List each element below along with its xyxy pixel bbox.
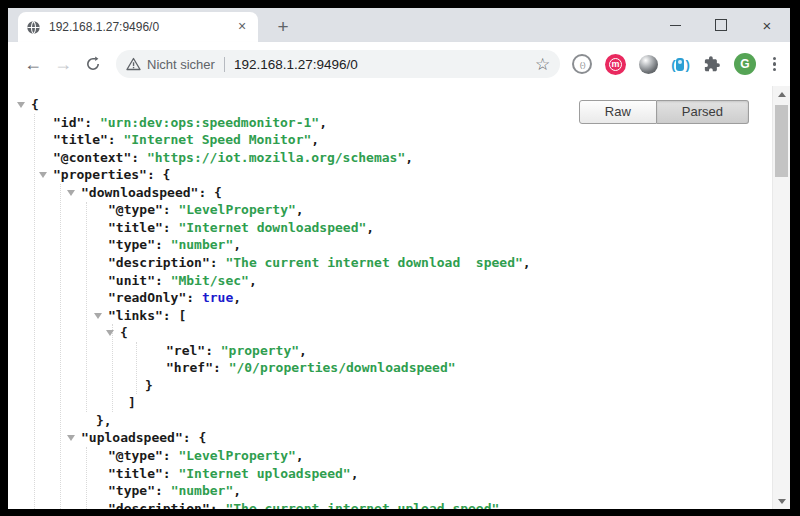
json-punctuation: : { (183, 430, 206, 445)
address-bar[interactable]: Nicht sicher 192.168.1.27:9496/0 ☆ (116, 50, 560, 78)
json-line: "@type": "LevelProperty", (8, 447, 773, 464)
json-string-value: "number" (171, 237, 234, 252)
page-content: Raw Parsed {"id": "urn:dev:ops:speedmoni… (8, 86, 790, 509)
json-punctuation: : { (198, 185, 221, 200)
scroll-up-icon[interactable] (773, 86, 790, 102)
json-key: "description" (108, 501, 210, 509)
collapse-toggle-icon[interactable] (39, 172, 47, 178)
json-punctuation: : (205, 343, 221, 358)
json-punctuation: : (155, 483, 171, 498)
json-line: "@type": "LevelProperty", (8, 201, 773, 218)
json-line: } (8, 377, 773, 394)
reload-icon[interactable] (78, 49, 108, 79)
bookmark-star-icon[interactable]: ☆ (535, 54, 550, 75)
json-punctuation: , (366, 220, 374, 235)
json-line: "uploadspeed": { (8, 429, 773, 446)
json-line: "href": "/0/properties/downloadspeed" (8, 359, 773, 376)
json-line: ] (8, 394, 773, 411)
scrollbar-thumb[interactable] (775, 105, 788, 177)
vertical-scrollbar[interactable] (772, 86, 790, 509)
json-key: "uploadspeed" (81, 430, 183, 445)
collapse-toggle-icon[interactable] (17, 102, 25, 108)
view-toggle: Raw Parsed (579, 100, 749, 124)
json-line: "readOnly": true, (8, 289, 773, 306)
json-key: "id" (53, 115, 84, 130)
json-key: "href" (166, 360, 213, 375)
json-punctuation: : (210, 501, 226, 509)
json-line: "description": "The current internet upl… (8, 500, 773, 509)
globe-icon (26, 20, 41, 35)
forward-icon[interactable]: → (48, 49, 78, 79)
url-text[interactable]: 192.168.1.27:9496/0 (234, 57, 529, 72)
json-string-value: "https://iot.mozilla.org/schemas" (147, 150, 405, 165)
json-string-value: "Internet Speed Monitor" (123, 132, 311, 147)
collapse-toggle-icon[interactable] (67, 190, 75, 196)
tab-close-icon[interactable]: × (234, 19, 250, 35)
json-line: "unit": "Mbit/sec", (8, 272, 773, 289)
tab-title: 192.168.1.27:9496/0 (49, 20, 234, 34)
json-punctuation: : (163, 448, 179, 463)
collapse-toggle-icon[interactable] (106, 330, 114, 336)
profile-avatar[interactable]: G (734, 53, 756, 75)
json-key: "rel" (166, 343, 205, 358)
browser-menu-icon[interactable] (769, 54, 780, 75)
json-line: "@context": "https://iot.mozilla.org/sch… (8, 149, 773, 166)
json-line: "title": "Internet uploadspeed", (8, 465, 773, 482)
extension-robot-icon[interactable]: () (671, 57, 690, 72)
raw-button[interactable]: Raw (579, 100, 657, 124)
json-string-value: "LevelProperty" (178, 202, 295, 217)
json-bool-value: true (202, 290, 233, 305)
json-line: "title": "Internet downloadspeed", (8, 219, 773, 236)
scroll-down-icon[interactable] (773, 493, 790, 509)
json-string-value: "The current internet download speed" (225, 255, 522, 270)
json-punctuation: : [ (163, 308, 186, 323)
json-punctuation: : (163, 202, 179, 217)
extension-circle-icon[interactable]: (-) (572, 54, 592, 74)
json-key: "description" (108, 255, 210, 270)
new-tab-button[interactable]: + (270, 14, 296, 40)
json-line: "downloadspeed": { (8, 184, 773, 201)
json-punctuation: , (233, 237, 241, 252)
tab-strip: 192.168.1.27:9496/0 × + × (8, 8, 790, 42)
json-punctuation: { (31, 97, 39, 112)
json-key: "@context" (53, 150, 131, 165)
json-punctuation: , (523, 255, 531, 270)
json-key: "title" (108, 220, 163, 235)
security-status-label[interactable]: Nicht sicher (147, 57, 215, 72)
json-line: "title": "Internet Speed Monitor", (8, 131, 773, 148)
json-punctuation: : (163, 466, 179, 481)
json-punctuation: : (210, 255, 226, 270)
extension-m-icon[interactable]: m (605, 54, 626, 75)
json-string-value: "number" (171, 483, 234, 498)
parsed-button[interactable]: Parsed (657, 100, 749, 124)
extension-icons: (-) m () G (572, 53, 780, 75)
window-controls: × (652, 8, 790, 42)
json-punctuation: , (311, 132, 319, 147)
browser-tab[interactable]: 192.168.1.27:9496/0 × (18, 12, 258, 42)
json-string-value: "Mbit/sec" (171, 273, 249, 288)
extensions-puzzle-icon[interactable] (703, 55, 721, 73)
json-line: "properties": { (8, 166, 773, 183)
json-string-value: "LevelProperty" (178, 448, 295, 463)
json-punctuation: , (405, 150, 413, 165)
collapse-toggle-icon[interactable] (94, 313, 102, 319)
json-punctuation: : (155, 237, 171, 252)
extension-sphere-icon[interactable] (639, 55, 658, 74)
json-string-value: "/0/properties/downloadspeed" (229, 360, 456, 375)
json-key: "@type" (108, 202, 163, 217)
not-secure-warning-icon[interactable] (126, 57, 141, 71)
json-key: "type" (108, 483, 155, 498)
back-icon[interactable]: ← (18, 49, 48, 79)
window-close-icon[interactable]: × (744, 8, 790, 42)
json-key: "title" (108, 466, 163, 481)
json-key: "unit" (108, 273, 155, 288)
minimize-icon[interactable] (652, 8, 698, 42)
maximize-icon[interactable] (698, 8, 744, 42)
json-punctuation: , (351, 466, 359, 481)
json-string-value: "urn:dev:ops:speedmonitor-1" (100, 115, 319, 130)
json-punctuation: : { (147, 167, 170, 182)
json-punctuation: : (108, 132, 124, 147)
browser-window: 192.168.1.27:9496/0 × + × ← → (8, 8, 790, 509)
collapse-toggle-icon[interactable] (67, 435, 75, 441)
json-punctuation: , (296, 202, 304, 217)
